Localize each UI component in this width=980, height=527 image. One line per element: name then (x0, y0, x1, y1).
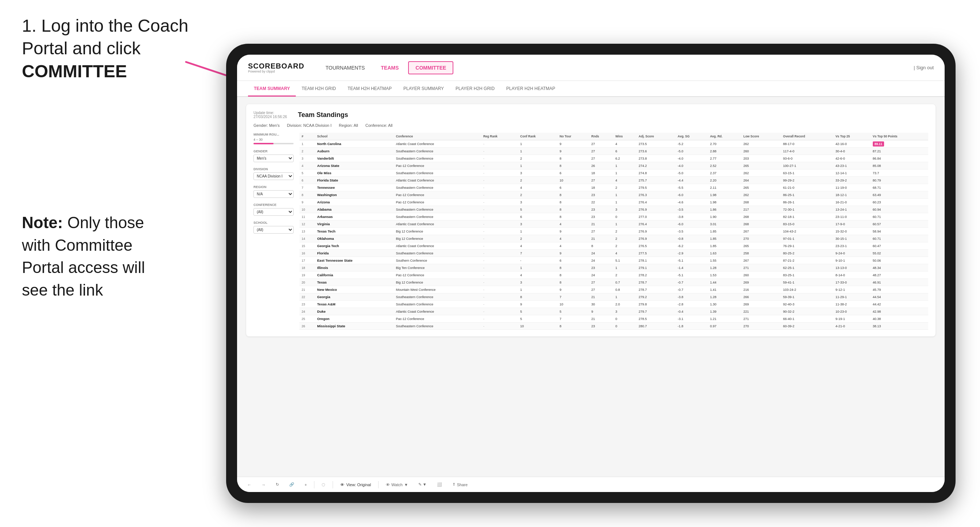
cell-overall: 76-29-1 (781, 242, 834, 250)
toolbar-clock[interactable]: ◌ (319, 481, 328, 488)
cell-low-score: 260 (741, 271, 781, 279)
cell-conference: Atlantic Coast Conference (393, 308, 481, 315)
cell-adj-score: 278.7 (636, 279, 675, 286)
sign-out[interactable]: | Sign out (914, 65, 934, 70)
table-row: 11 Arkansas Southeastern Conference - 6 … (299, 213, 928, 221)
cell-conference: Atlantic Coast Conference (393, 177, 481, 184)
cell-conference: Pac-12 Conference (393, 315, 481, 322)
col-adj-score: Adj. Score (636, 133, 675, 140)
nav-tournaments[interactable]: TOURNAMENTS (319, 62, 371, 74)
division-select[interactable]: NCAA Division I NCAA Division II NCAA Di… (253, 172, 294, 180)
toolbar-share[interactable]: ⇑ Share (449, 481, 471, 488)
toolbar-annotate[interactable]: ✎ ▼ (415, 481, 430, 488)
cell-wins: 0 (613, 213, 636, 221)
cell-overall: 83-15-0 (781, 221, 834, 228)
cell-overall: 97-01-1 (781, 235, 834, 242)
cell-no-tour: 8 (557, 322, 589, 330)
toolbar-add[interactable]: + (302, 481, 310, 488)
cell-vs-top25: 13-24-1 (834, 206, 870, 213)
sub-nav-team-summary[interactable]: TEAM SUMMARY (248, 81, 296, 97)
cell-reg-rank: - (481, 155, 518, 162)
cell-school: Florida State (315, 177, 394, 184)
cell-rnds: 22 (589, 198, 613, 206)
toolbar-refresh[interactable]: ↻ (273, 481, 282, 488)
cell-reg-rank: - (481, 286, 518, 294)
cell-rank: 20 (299, 279, 315, 286)
toolbar-fullscreen[interactable]: ⬜ (434, 481, 445, 488)
cell-vs-top25: 11-29-1 (834, 294, 870, 301)
cell-avg-sg: -3.5 (675, 228, 708, 235)
cell-rank: 5 (299, 170, 315, 177)
sub-nav-team-h2h-grid[interactable]: TEAM H2H GRID (296, 81, 342, 97)
col-low-score: Low Score (741, 133, 781, 140)
cell-reg-rank: - (481, 206, 518, 213)
cell-avg-rd: 2.52 (708, 162, 741, 170)
cell-rnds: 27 (589, 155, 613, 162)
region-select[interactable]: N/A East West South Midwest (253, 190, 294, 198)
cell-rnds: 21 (589, 315, 613, 322)
cell-conf-rank: 8 (518, 294, 557, 301)
cell-wins: 1 (613, 198, 636, 206)
cell-school: Illinois (315, 264, 394, 271)
cell-conference: Southeastern Conference (393, 213, 481, 221)
conference-select[interactable]: (All) SEC ACC Big Ten Pac-12 Big 12 (253, 208, 294, 216)
cell-wins: 4 (613, 250, 636, 257)
cell-vs-top25: 9-24-0 (834, 250, 870, 257)
cell-wins: 0 (613, 322, 636, 330)
cell-avg-sg: -5.0 (675, 170, 708, 177)
cell-wins: 0 (613, 315, 636, 322)
cell-wins: 1 (613, 221, 636, 228)
rounds-slider[interactable] (253, 143, 294, 144)
cell-vs-top25: 17-9-0 (834, 221, 870, 228)
region-filter: Region: All (339, 123, 358, 127)
table-row: 9 Arizona Pac-12 Conference - 3 8 22 1 2… (299, 198, 928, 206)
cell-school: Auburn (315, 148, 394, 155)
cell-conf-rank: 5 (518, 308, 557, 315)
cell-rank: 6 (299, 177, 315, 184)
cell-conf-rank: 1 (518, 264, 557, 271)
cell-conf-rank: 1 (518, 162, 557, 170)
nav-teams[interactable]: TEAMS (374, 62, 405, 74)
toolbar-back[interactable]: ← (244, 481, 254, 488)
cell-adj-score: 276.3 (636, 191, 675, 198)
cell-rnds: 23 (589, 322, 613, 330)
cell-rnds: 27 (589, 140, 613, 148)
cell-overall: 99-29-2 (781, 177, 834, 184)
col-avg-sg: Avg. SG (675, 133, 708, 140)
cell-school: East Tennessee State (315, 257, 394, 264)
cell-vs-top50: 44.42 (870, 301, 928, 308)
view-original[interactable]: 👁 View: Original (337, 481, 374, 488)
cell-school: Florida (315, 250, 394, 257)
cell-vs-top25: 4-21-0 (834, 322, 870, 330)
cell-vs-top50: 60.23 (870, 198, 928, 206)
cell-school: Virginia (315, 221, 394, 228)
cell-overall: 62-25-1 (781, 264, 834, 271)
cell-low-score: 270 (741, 235, 781, 242)
toolbar-share-link[interactable]: 🔗 (286, 481, 297, 488)
cell-conf-rank: 2 (518, 191, 557, 198)
nav-committee[interactable]: COMMITTEE (408, 61, 453, 75)
cell-overall: 66-40-1 (781, 315, 834, 322)
cell-low-score: 268 (741, 213, 781, 221)
cell-adj-score: 273.6 (636, 148, 675, 155)
school-select[interactable]: (All) (253, 226, 294, 233)
cell-rnds: 24 (589, 271, 613, 279)
cell-reg-rank: - (481, 198, 518, 206)
sub-nav-player-h2h-heatmap[interactable]: PLAYER H2H HEATMAP (500, 81, 561, 97)
cell-conf-rank: 3 (518, 279, 557, 286)
step-instruction: 1. Log into the Coach Portal and click C… (22, 14, 204, 83)
toolbar-forward[interactable]: → (259, 481, 269, 488)
cell-overall: 100-27-1 (781, 162, 834, 170)
bottom-toolbar: ← → ↻ 🔗 + ◌ 👁 View: Original 👁 Watch ▼ ✎… (237, 477, 945, 492)
sub-nav-player-h2h-grid[interactable]: PLAYER H2H GRID (450, 81, 500, 97)
cell-wins: 6.2 (613, 155, 636, 162)
gender-select[interactable]: Men's Women's (253, 154, 294, 162)
sub-nav-player-summary[interactable]: PLAYER SUMMARY (398, 81, 450, 97)
cell-avg-sg: -6.2 (675, 242, 708, 250)
cell-vs-top50: 63.49 (870, 191, 928, 198)
cell-adj-score: 274.2 (636, 162, 675, 170)
cell-avg-rd: 3.01 (708, 221, 741, 228)
cell-no-tour: 7 (557, 294, 589, 301)
sub-nav-team-h2h-heatmap[interactable]: TEAM H2H HEATMAP (342, 81, 398, 97)
toolbar-watch[interactable]: 👁 Watch ▼ (383, 481, 411, 488)
